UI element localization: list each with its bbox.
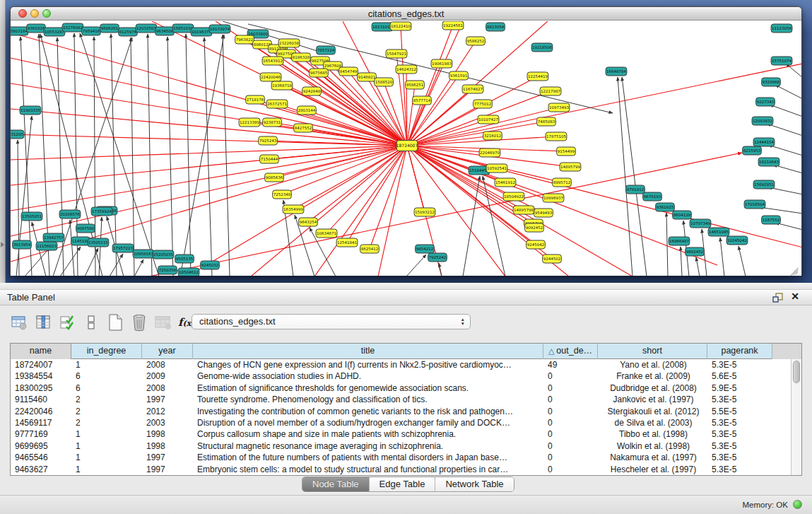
- graph-node[interactable]: 9245032: [201, 261, 220, 269]
- table-cell-pagerank[interactable]: 5.5E-5: [707, 406, 772, 417]
- graph-node[interactable]: 10634671: [316, 229, 337, 238]
- column-header-year[interactable]: year: [142, 344, 193, 359]
- tab-edge-table[interactable]: Edge Table: [370, 477, 436, 491]
- table-cell-pagerank[interactable]: 5.3E-5: [707, 394, 772, 405]
- graph-node[interactable]: 13942757: [43, 233, 64, 242]
- table-cell-in_degree[interactable]: 6: [71, 370, 142, 382]
- table-cell-short[interactable]: Yano et al. (2008): [598, 359, 707, 370]
- panel-splitter[interactable]: [0, 283, 812, 290]
- graph-node[interactable]: 8604128: [673, 211, 692, 219]
- graph-node[interactable]: 13505115: [88, 238, 109, 247]
- table-cell-in_degree[interactable]: 6: [71, 382, 142, 394]
- table-row[interactable]: 1872400712008Changes of HCN gene express…: [11, 359, 801, 370]
- table-cell-year[interactable]: 1998: [142, 428, 193, 440]
- graph-node[interactable]: 9361591: [449, 71, 469, 80]
- graph-node[interactable]: 7485083: [537, 117, 556, 126]
- network-view-window[interactable]: citations_edges.txt 23903184936182610553…: [10, 6, 802, 276]
- tab-network-table[interactable]: Network Table: [435, 477, 513, 491]
- graph-node[interactable]: 18504922: [503, 192, 524, 201]
- table-cell-name[interactable]: 9699695: [11, 440, 71, 452]
- table-cell-year[interactable]: 2008: [142, 359, 193, 370]
- graph-node[interactable]: 3913954: [13, 240, 32, 249]
- graph-node[interactable]: 18122410: [390, 22, 411, 30]
- table-cell-title[interactable]: Corpus callosum shape and size in male p…: [193, 428, 543, 440]
- graph-node[interactable]: 3216012: [483, 132, 502, 140]
- table-row[interactable]: 946362711997Embryonic stem cells: a mode…: [11, 464, 801, 475]
- table-cell-in_degree[interactable]: 1: [71, 464, 142, 475]
- graph-node[interactable]: 2718176: [246, 95, 265, 104]
- graph-node[interactable]: 9092452: [525, 223, 544, 232]
- graph-node[interactable]: 9227343: [756, 98, 775, 106]
- graph-node[interactable]: 7925243: [259, 136, 278, 145]
- graph-node[interactable]: 23226038: [278, 39, 300, 47]
- table-cell-in_degree[interactable]: 1: [71, 428, 142, 440]
- table-cell-name[interactable]: 19384554: [11, 370, 71, 382]
- table-cell-short[interactable]: Franke et al. (2009): [598, 370, 707, 382]
- table-cell-name[interactable]: 14569117: [11, 417, 71, 428]
- graph-node[interactable]: 9586251: [406, 81, 425, 89]
- graph-node[interactable]: 8791912: [626, 185, 645, 194]
- graph-node[interactable]: 19224561: [442, 21, 464, 30]
- graph-node[interactable]: 16210643: [758, 158, 779, 166]
- column-header-out_de[interactable]: △out_de…: [543, 344, 598, 359]
- table-cell-name[interactable]: 9777169: [11, 428, 71, 440]
- graph-node[interactable]: 10592541: [486, 164, 507, 173]
- graph-node[interactable]: 17957223: [112, 244, 134, 252]
- graph-node[interactable]: 22420046: [260, 73, 281, 81]
- graph-node[interactable]: 15751074: [771, 57, 792, 65]
- graph-node[interactable]: 9242848: [302, 87, 322, 95]
- graph-node[interactable]: 11156823: [36, 242, 57, 250]
- graph-node[interactable]: 8813054: [486, 23, 505, 31]
- graph-node[interactable]: 16648784: [606, 67, 627, 76]
- graph-node[interactable]: 9361825: [656, 203, 675, 211]
- graph-node[interactable]: 8186328: [292, 53, 311, 62]
- graph-node[interactable]: 14651045: [708, 228, 729, 236]
- graph-node[interactable]: 8125974: [119, 28, 138, 36]
- table-cell-in_degree[interactable]: 2: [71, 394, 142, 405]
- window-resize-grip[interactable]: [790, 264, 800, 274]
- graph-node[interactable]: 15851934: [172, 24, 194, 33]
- table-cell-year[interactable]: 2009: [142, 370, 193, 382]
- table-cell-pagerank[interactable]: 5.3E-5: [707, 464, 772, 475]
- graph-node[interactable]: 14624312: [396, 65, 417, 74]
- table-cell-out_de[interactable]: 0: [543, 452, 598, 463]
- splitter-grip-icon[interactable]: [402, 285, 409, 288]
- table-selector-dropdown[interactable]: citations_edges.txt ▲▼: [192, 314, 471, 329]
- graph-node[interactable]: 15093212: [414, 208, 435, 216]
- table-cell-out_de[interactable]: 49: [543, 359, 598, 370]
- graph-node[interactable]: 10958167: [133, 250, 154, 258]
- graph-node[interactable]: 9854212: [416, 245, 435, 253]
- table-cell-title[interactable]: Disruption of a novel member of a sodium…: [193, 417, 543, 428]
- table-cell-in_degree[interactable]: 1: [71, 359, 142, 370]
- table-cell-short[interactable]: de Silva et al. (2003): [598, 417, 707, 428]
- graph-node[interactable]: 9643254: [299, 218, 318, 226]
- table-cell-out_de[interactable]: 0: [543, 394, 598, 405]
- table-cell-pagerank[interactable]: 5.9E-5: [707, 382, 772, 394]
- show-columns-icon[interactable]: [34, 313, 52, 332]
- table-cell-short[interactable]: Tibbo et al. (1998): [598, 428, 707, 440]
- table-row[interactable]: 946554611997Estimation of the future num…: [11, 452, 801, 463]
- column-header-title[interactable]: title: [193, 344, 543, 359]
- window-titlebar[interactable]: citations_edges.txt: [11, 7, 801, 21]
- table-cell-pagerank[interactable]: 5.3E-5: [707, 440, 772, 452]
- graph-node[interactable]: 20531205: [11, 130, 24, 139]
- graph-node[interactable]: 9549493: [534, 209, 553, 217]
- graph-node[interactable]: 10107427: [478, 115, 499, 124]
- table-cell-out_de[interactable]: 0: [543, 440, 598, 452]
- graph-node[interactable]: 18724007: [396, 141, 418, 151]
- float-panel-icon[interactable]: [772, 292, 784, 303]
- graph-node[interactable]: 12254419: [527, 72, 548, 81]
- table-cell-in_degree[interactable]: 2: [71, 406, 142, 417]
- table-cell-name[interactable]: 18724007: [11, 359, 71, 370]
- graph-node[interactable]: 7925242: [428, 253, 447, 262]
- table-cell-pagerank[interactable]: 5.3E-5: [707, 428, 772, 440]
- graph-node[interactable]: 19368718: [271, 81, 293, 90]
- merge-rows-icon[interactable]: [82, 313, 100, 332]
- table-cell-title[interactable]: Embryonic stem cells: a model to study s…: [193, 464, 543, 475]
- column-header-pagerank[interactable]: pagerank: [707, 344, 772, 359]
- table-cell-title[interactable]: Structural magnetic resonance image aver…: [193, 440, 543, 452]
- table-cell-name[interactable]: 9115460: [11, 394, 71, 405]
- table-cell-pagerank[interactable]: 5.3E-5: [707, 452, 772, 463]
- column-header-in_degree[interactable]: in_degree: [71, 344, 142, 359]
- tab-node-table[interactable]: Node Table: [302, 477, 370, 491]
